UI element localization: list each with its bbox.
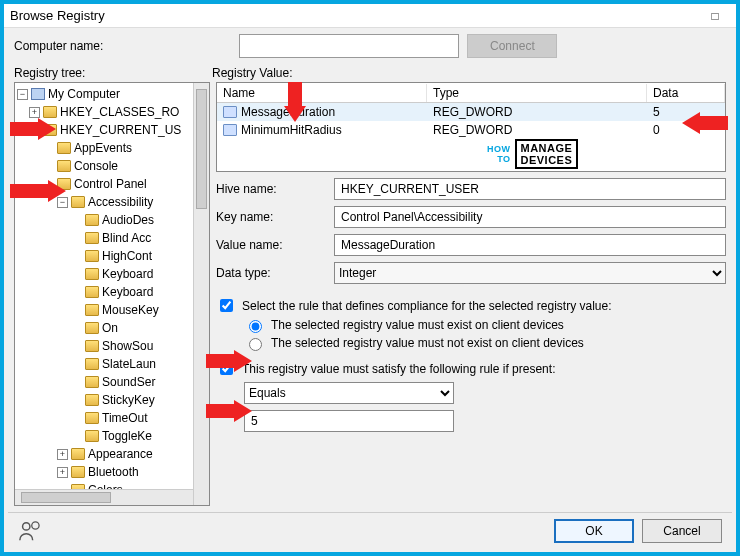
folder-icon <box>57 178 71 190</box>
cell-data: 0 <box>653 123 660 137</box>
registry-tree-label: Registry tree: <box>14 66 212 80</box>
datatype-label: Data type: <box>216 266 326 280</box>
cancel-button[interactable]: Cancel <box>642 519 722 543</box>
tree-showsou[interactable]: ShowSou <box>102 337 153 355</box>
folder-icon <box>85 322 99 334</box>
watermark: HOWTO MANAGEDEVICES <box>487 139 578 169</box>
value-label: Value name: <box>216 238 326 252</box>
tree-hkcr[interactable]: HKEY_CLASSES_RO <box>60 103 179 121</box>
computer-icon <box>31 88 45 100</box>
user-help-icon <box>18 520 40 542</box>
tree-audio[interactable]: AudioDes <box>102 211 154 229</box>
col-type[interactable]: Type <box>427 84 647 102</box>
ok-button[interactable]: OK <box>554 519 634 543</box>
cell-name: MinimumHitRadius <box>241 123 342 137</box>
tree-timeout[interactable]: TimeOut <box>102 409 148 427</box>
maximize-icon[interactable]: □ <box>700 7 730 25</box>
registry-value-label: Registry Value: <box>212 66 292 80</box>
folder-icon <box>85 304 99 316</box>
folder-icon <box>85 268 99 280</box>
must-exist-radio[interactable] <box>249 320 262 333</box>
tree-sticky[interactable]: StickyKey <box>102 391 155 409</box>
must-not-exist-radio[interactable] <box>249 338 262 351</box>
satisfy-rule-checkbox[interactable] <box>220 362 233 375</box>
tree-sound[interactable]: SoundSer <box>102 373 155 391</box>
folder-icon <box>71 466 85 478</box>
tree-kb1[interactable]: Keyboard <box>102 265 153 283</box>
cell-name: MessageDuration <box>241 105 335 119</box>
col-data[interactable]: Data <box>647 84 725 102</box>
folder-icon <box>43 124 57 136</box>
value-field[interactable] <box>334 234 726 256</box>
datatype-select[interactable]: Integer <box>334 262 726 284</box>
tree-high[interactable]: HighCont <box>102 247 152 265</box>
folder-icon <box>85 340 99 352</box>
folder-icon <box>85 358 99 370</box>
folder-icon <box>57 142 71 154</box>
svg-point-1 <box>32 522 39 529</box>
satisfy-rule-label: This registry value must satisfy the fol… <box>242 362 555 376</box>
must-exist-label: The selected registry value must exist o… <box>271 318 564 332</box>
tree-blind[interactable]: Blind Acc <box>102 229 151 247</box>
list-row[interactable]: MessageDuration REG_DWORD 5 <box>217 103 725 121</box>
cell-type: REG_DWORD <box>433 105 512 119</box>
folder-icon <box>85 430 99 442</box>
folder-icon <box>85 250 99 262</box>
tree-toggle[interactable]: ToggleKe <box>102 427 152 445</box>
folder-icon <box>85 394 99 406</box>
tree-accessibility[interactable]: Accessibility <box>88 193 153 211</box>
tree-horizontal-scrollbar[interactable] <box>15 489 193 505</box>
hive-field[interactable] <box>334 178 726 200</box>
cell-data: 5 <box>653 105 660 119</box>
key-field[interactable] <box>334 206 726 228</box>
tree-kb2[interactable]: Keyboard <box>102 283 153 301</box>
folder-icon <box>71 196 85 208</box>
tree-bluetooth[interactable]: Bluetooth <box>88 463 139 481</box>
tree-hkcu[interactable]: HKEY_CURRENT_US <box>60 121 181 139</box>
dword-icon <box>223 124 237 136</box>
cell-type: REG_DWORD <box>433 123 512 137</box>
folder-icon <box>85 376 99 388</box>
tree-vertical-scrollbar[interactable] <box>193 83 209 505</box>
tree-controlpanel[interactable]: Control Panel <box>74 175 147 193</box>
key-label: Key name: <box>216 210 326 224</box>
tree-console[interactable]: Console <box>74 157 118 175</box>
operator-select[interactable]: Equals <box>244 382 454 404</box>
must-not-exist-label: The selected registry value must not exi… <box>271 336 584 350</box>
tree-mouse[interactable]: MouseKey <box>102 301 159 319</box>
registry-value-list[interactable]: Name Type Data MessageDuration REG_DWORD… <box>216 82 726 172</box>
operand-input[interactable] <box>244 410 454 432</box>
folder-icon <box>85 214 99 226</box>
folder-icon <box>43 106 57 118</box>
folder-icon <box>85 232 99 244</box>
computer-name-label: Computer name: <box>14 39 103 53</box>
folder-icon <box>85 412 99 424</box>
tree-root[interactable]: My Computer <box>48 85 120 103</box>
dword-icon <box>223 106 237 118</box>
select-rule-checkbox[interactable] <box>220 299 233 312</box>
col-name[interactable]: Name <box>217 84 427 102</box>
tree-appevents[interactable]: AppEvents <box>74 139 132 157</box>
folder-icon <box>57 160 71 172</box>
folder-icon <box>85 286 99 298</box>
list-row[interactable]: MinimumHitRadius REG_DWORD 0 <box>217 121 725 139</box>
hive-label: Hive name: <box>216 182 326 196</box>
window-title: Browse Registry <box>10 8 105 23</box>
connect-button[interactable]: Connect <box>467 34 557 58</box>
svg-point-0 <box>23 523 30 530</box>
registry-tree[interactable]: −My Computer +HKEY_CLASSES_RO −HKEY_CURR… <box>14 82 210 506</box>
tree-appearance[interactable]: Appearance <box>88 445 153 463</box>
select-rule-label: Select the rule that defines compliance … <box>242 299 612 313</box>
computer-name-input[interactable] <box>239 34 459 58</box>
tree-slate[interactable]: SlateLaun <box>102 355 156 373</box>
folder-icon <box>71 448 85 460</box>
tree-on[interactable]: On <box>102 319 118 337</box>
